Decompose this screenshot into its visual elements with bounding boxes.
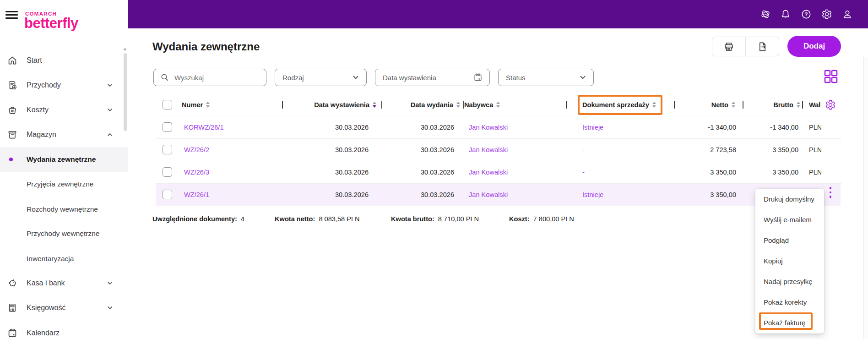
sidebar-item-wydania-zewnetrzne[interactable]: Wydania zewnętrzne (0, 147, 128, 172)
buyer-link[interactable]: Jan Kowalski (469, 138, 508, 161)
row-checkbox[interactable] (163, 122, 172, 132)
brutto-cell: -1 340,00 (746, 116, 798, 138)
column-separator[interactable] (381, 101, 382, 109)
menu-item-wyslij-emailem[interactable]: Wyślij e-mailem (755, 209, 824, 230)
table-row[interactable]: WZ/26/3 30.03.2026 30.03.2026 Jan Kowals… (128, 161, 868, 183)
column-separator[interactable] (282, 101, 283, 109)
hamburger-menu-icon[interactable] (5, 11, 18, 19)
notifications-bell-icon[interactable] (780, 9, 791, 20)
search-input[interactable] (174, 74, 257, 82)
table-row[interactable]: KORWZ/26/1 30.03.2026 30.03.2026 Jan Kow… (128, 116, 868, 138)
summary-netto-value: 8 083,58 PLN (319, 215, 359, 223)
print-button[interactable] (712, 37, 745, 56)
row-checkbox[interactable] (163, 167, 172, 177)
status-filter-dropdown[interactable]: Status (498, 69, 594, 86)
sort-icon (456, 102, 460, 108)
sidebar-item-inwentaryzacja[interactable]: Inwentaryzacja (0, 246, 128, 271)
buyer-link[interactable]: Jan Kowalski (469, 161, 508, 183)
netto-cell: 2 723,58 (682, 138, 736, 161)
sidebar-item-rozchody-wewnetrzne[interactable]: Rozchody wewnętrzne (0, 197, 128, 222)
sidebar-item-ksiegowosc[interactable]: Księgowość (0, 295, 128, 320)
page-scrollbar[interactable] (863, 57, 868, 339)
toolbar-button-group (712, 37, 779, 56)
rodzaj-filter-dropdown[interactable]: Rodzaj (275, 69, 367, 86)
menu-item-kopiuj[interactable]: Kopiuj (755, 251, 824, 271)
chat-assistant-icon[interactable] (760, 9, 771, 20)
sales-document-link[interactable]: - (582, 161, 585, 183)
document-number-link[interactable]: WZ/26/1 (184, 183, 209, 206)
sidebar-item-label: Przyjęcia zewnętrzne (27, 180, 93, 188)
sidebar-item-start[interactable]: Start (0, 48, 128, 73)
column-header-dokument-sprzedazy[interactable]: Dokument sprzedaży (582, 95, 656, 115)
help-icon[interactable]: ? (801, 9, 812, 20)
sidebar-item-label: Kalendarz (27, 329, 60, 337)
export-button[interactable] (746, 37, 779, 56)
sidebar-item-kalendarz[interactable]: Kalendarz (0, 321, 128, 339)
menu-item-nadaj-przesylke[interactable]: Nadaj przesyłkę (755, 271, 824, 292)
issue-date-cell: 30.03.2026 (298, 116, 369, 138)
buyer-link[interactable]: Jan Kowalski (469, 116, 508, 138)
column-separator[interactable] (463, 101, 464, 109)
document-number-link[interactable]: WZ/26/2 (184, 138, 209, 161)
add-button[interactable]: Dodaj (787, 36, 841, 57)
export-document-icon (756, 41, 768, 53)
document-number-link[interactable]: KORWZ/26/1 (184, 116, 224, 138)
home-icon (7, 55, 18, 66)
chevron-down-icon (106, 106, 114, 114)
select-all-checkbox[interactable] (163, 100, 172, 109)
row-checkbox[interactable] (163, 145, 172, 154)
row-actions-kebab-icon[interactable] (829, 187, 832, 198)
column-header-brutto[interactable]: Brutto (746, 95, 800, 115)
summary-koszt-label: Koszt: (509, 215, 530, 223)
active-item-dot (9, 158, 13, 161)
sales-document-link[interactable]: Istnieje (582, 116, 603, 138)
column-header-nabywca[interactable]: Nabywca (464, 95, 500, 115)
column-header-waluta[interactable]: Waluta (809, 95, 821, 115)
sidebar-item-magazyn[interactable]: Magazyn (0, 122, 128, 147)
sales-document-link[interactable]: - (582, 138, 585, 161)
menu-item-drukuj-domyslny[interactable]: Drukuj domyślny (755, 189, 824, 209)
calendar-icon (473, 72, 483, 82)
sort-icon (732, 102, 735, 108)
row-context-menu: Drukuj domyślny Wyślij e-mailem Podgląd … (755, 189, 824, 334)
scroll-up-arrow[interactable] (123, 48, 127, 50)
column-separator[interactable] (674, 101, 675, 109)
sidebar-item-przyjecia-zewnetrzne[interactable]: Przyjęcia zewnętrzne (0, 172, 128, 197)
table-header-row: Numer Data wystawienia Data wydania Naby… (128, 95, 868, 115)
menu-item-podglad[interactable]: Podgląd (755, 230, 824, 251)
row-checkbox[interactable] (163, 190, 172, 199)
sidebar-scrollbar[interactable] (122, 46, 128, 339)
column-header-data-wystawienia[interactable]: Data wystawienia (298, 95, 376, 115)
column-separator[interactable] (566, 101, 567, 109)
sidebar-item-przychody[interactable]: Przychody (0, 73, 128, 98)
search-filter[interactable] (153, 69, 266, 86)
sidebar-item-label: Przychody (27, 81, 61, 89)
brutto-cell: 3 350,00 (746, 161, 798, 183)
column-header-data-wydania[interactable]: Data wydania (385, 95, 460, 115)
sidebar-item-przychody-wewnetrzne[interactable]: Przychody wewnętrzne (0, 221, 128, 246)
menu-item-pokaz-korekty[interactable]: Pokaż korekty (755, 292, 824, 312)
sidebar-item-koszty[interactable]: Koszty (0, 98, 128, 122)
sidebar-item-label: Start (27, 56, 42, 65)
sidebar-item-kasa-i-bank[interactable]: Kasa i bank (0, 271, 128, 295)
document-number-link[interactable]: WZ/26/3 (184, 161, 209, 183)
column-header-numer[interactable]: Numer (182, 95, 210, 115)
table-row[interactable]: WZ/26/2 30.03.2026 30.03.2026 Jan Kowals… (128, 138, 868, 161)
sidebar-item-label: Kasa i bank (27, 279, 65, 287)
grid-view-toggle-icon[interactable] (824, 70, 838, 83)
currency-cell: PLN (809, 161, 821, 183)
data-wystawienia-filter[interactable]: Data wystawienia (375, 69, 490, 86)
buyer-link[interactable]: Jan Kowalski (469, 183, 508, 206)
column-settings-gear-icon[interactable] (825, 99, 836, 110)
column-header-netto[interactable]: Netto (682, 95, 735, 115)
sidebar-item-label: Magazyn (27, 131, 56, 139)
currency-cell: PLN (809, 138, 821, 161)
settings-gear-icon[interactable] (821, 9, 832, 20)
column-separator[interactable] (743, 101, 743, 109)
release-date-cell: 30.03.2026 (385, 161, 454, 183)
sales-document-link[interactable]: Istnieje (582, 183, 603, 206)
profile-icon[interactable] (842, 9, 853, 20)
scrollbar-thumb[interactable] (124, 53, 127, 131)
column-separator[interactable] (802, 101, 803, 109)
menu-item-pokaz-fakture[interactable]: Pokaż fakturę (755, 312, 824, 333)
